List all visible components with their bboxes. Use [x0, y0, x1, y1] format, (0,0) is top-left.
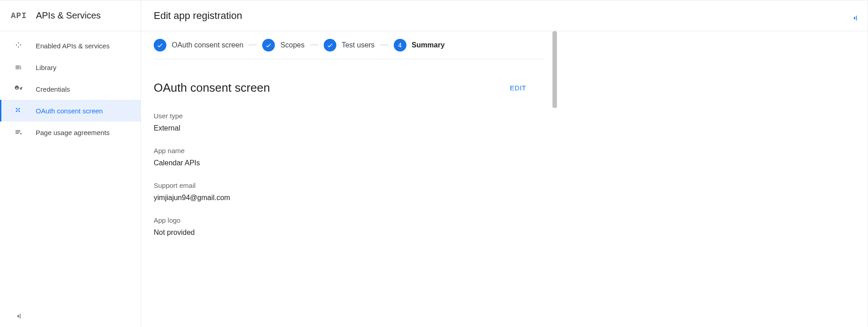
field-value: yimjiajun94@gmail.com	[154, 194, 544, 202]
agreements-icon	[14, 128, 23, 137]
field-app-logo: App logo Not provided	[154, 216, 544, 237]
sidebar-item-library[interactable]: Library	[0, 56, 141, 78]
sidebar-item-credentials[interactable]: Credentials	[0, 78, 141, 100]
sidebar-item-oauth-consent[interactable]: OAuth consent screen	[0, 100, 141, 121]
step-oauth-consent[interactable]: OAuth consent screen	[154, 39, 243, 51]
field-value: External	[154, 124, 544, 132]
sidebar: API APIs & Services Enabled APIs & servi…	[0, 0, 141, 327]
check-icon	[262, 39, 275, 51]
sidebar-item-label: Enabled APIs & services	[36, 42, 109, 50]
field-label: App name	[154, 147, 544, 154]
page-title: Edit app registration	[154, 10, 242, 22]
edit-button[interactable]: EDIT	[510, 84, 526, 92]
field-support-email: Support email yimjiajun94@gmail.com	[154, 182, 544, 202]
svg-point-4	[17, 109, 19, 111]
step-test-users[interactable]: Test users	[324, 39, 375, 51]
step-divider	[310, 45, 318, 45]
check-icon	[324, 39, 336, 51]
sidebar-item-label: Library	[36, 64, 57, 71]
step-label: Scopes	[280, 41, 304, 49]
step-scopes[interactable]: Scopes	[262, 39, 304, 51]
svg-point-1	[19, 108, 20, 109]
collapse-sidebar-button[interactable]	[13, 311, 24, 322]
step-number-badge: 4	[394, 39, 406, 51]
svg-point-3	[19, 111, 20, 112]
sidebar-item-enabled-apis[interactable]: Enabled APIs & services	[0, 35, 141, 56]
sidebar-item-label: Page usage agreements	[36, 129, 109, 136]
api-icon	[14, 41, 23, 50]
field-user-type: User type External	[154, 112, 544, 132]
api-badge: API	[11, 11, 27, 20]
svg-point-5	[20, 133, 22, 135]
field-label: User type	[154, 112, 544, 120]
content-panel: OAuth consent screen Scopes Test users	[141, 31, 557, 327]
field-label: Support email	[154, 182, 544, 189]
consent-icon	[14, 106, 23, 115]
svg-point-0	[16, 108, 17, 109]
oauth-consent-section: OAuth consent screen EDIT User type Exte…	[154, 59, 544, 237]
step-label: Test users	[342, 41, 375, 49]
sidebar-item-label: OAuth consent screen	[36, 107, 103, 115]
step-label: Summary	[412, 41, 445, 49]
sidebar-item-label: Credentials	[36, 85, 70, 93]
sidebar-item-page-usage[interactable]: Page usage agreements	[0, 121, 141, 143]
sidebar-title: APIs & Services	[36, 10, 100, 21]
field-value: Not provided	[154, 229, 544, 237]
step-divider	[380, 45, 388, 45]
section-header: OAuth consent screen EDIT	[154, 81, 544, 95]
check-icon	[154, 39, 166, 51]
field-app-name: App name Calendar APIs	[154, 147, 544, 167]
library-icon	[14, 63, 23, 72]
collapse-panel-button[interactable]	[849, 13, 860, 23]
section-title: OAuth consent screen	[154, 81, 270, 95]
field-label: App logo	[154, 216, 544, 224]
svg-point-2	[16, 111, 17, 112]
key-icon	[14, 84, 23, 93]
nav-list: Enabled APIs & services Library Credenti…	[0, 31, 141, 143]
step-label: OAuth consent screen	[172, 41, 243, 49]
scrollbar[interactable]	[552, 31, 557, 108]
stepper: OAuth consent screen Scopes Test users	[154, 31, 544, 59]
main-content: Edit app registration OAuth consent scre…	[141, 0, 868, 327]
main-header: Edit app registration	[141, 0, 868, 31]
sidebar-header: API APIs & Services	[0, 0, 141, 31]
step-divider	[249, 45, 257, 45]
step-summary[interactable]: 4 Summary	[394, 39, 445, 51]
field-value: Calendar APIs	[154, 159, 544, 167]
